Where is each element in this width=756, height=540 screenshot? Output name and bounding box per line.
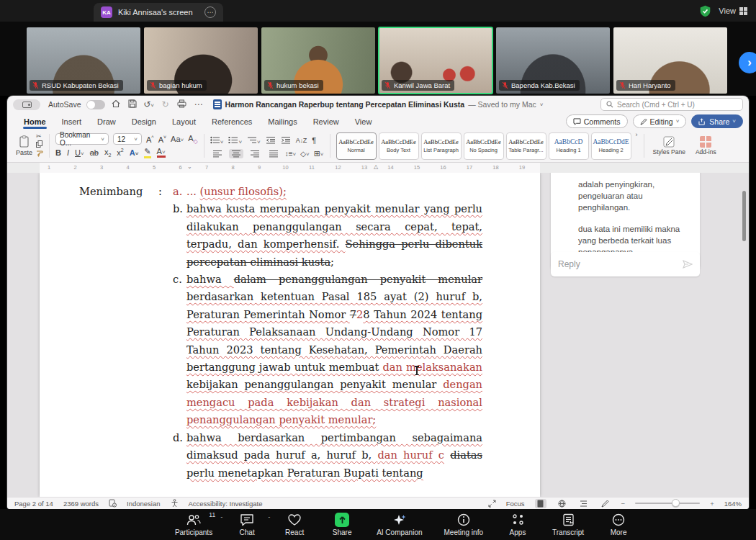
shading-icon[interactable]: ◇˅ bbox=[300, 150, 309, 158]
style-no-spacing[interactable]: AaBbCcDdEeNo Spacing bbox=[464, 132, 504, 160]
accessibility-icon[interactable] bbox=[171, 499, 179, 508]
numbered-list-icon[interactable]: ˅ bbox=[228, 134, 242, 147]
react-button[interactable]: React bbox=[282, 513, 307, 536]
send-reply-icon[interactable] bbox=[683, 260, 693, 269]
styles-pane-button[interactable]: Styles Pane bbox=[650, 131, 688, 161]
language-indicator[interactable]: Indonesian bbox=[127, 500, 160, 508]
tab-options-icon[interactable]: ⋯ bbox=[204, 6, 216, 18]
bold-button[interactable]: B bbox=[55, 148, 61, 157]
justify-icon[interactable] bbox=[266, 149, 281, 158]
decrease-indent-icon[interactable] bbox=[266, 134, 276, 147]
save-icon[interactable] bbox=[127, 99, 138, 110]
screen-share-tab[interactable]: KA Kiki Annisaa's screen ⋯ bbox=[94, 3, 223, 22]
next-participants-button[interactable]: › bbox=[739, 52, 756, 73]
pilcrow-icon[interactable]: ¶ bbox=[312, 136, 316, 145]
indent-marker[interactable]: ⌄ bbox=[187, 163, 192, 170]
addins-button[interactable]: Add-ins bbox=[693, 131, 719, 161]
styles-overflow-icon[interactable]: › bbox=[636, 131, 638, 161]
multilevel-list-icon[interactable]: ˅ bbox=[247, 134, 261, 147]
meeting-info-button[interactable]: Meeting info bbox=[444, 513, 483, 536]
focus-expand-icon[interactable] bbox=[488, 500, 496, 508]
style-body-text[interactable]: AaBbCcDdEeBody Text bbox=[379, 132, 419, 160]
proofing-icon[interactable] bbox=[109, 499, 117, 508]
page-indicator[interactable]: Page 2 of 14 bbox=[14, 500, 53, 508]
draft-view-icon[interactable] bbox=[600, 499, 611, 508]
font-name-select[interactable]: Bookman O...˅ bbox=[55, 133, 109, 145]
video-tile[interactable]: Bapenda Kab.Bekasi bbox=[496, 27, 610, 94]
tab-draw[interactable]: Draw bbox=[89, 115, 124, 128]
print-layout-view-icon[interactable] bbox=[535, 499, 546, 508]
video-tile[interactable]: hukum bekasi bbox=[261, 27, 375, 94]
video-tile-active-speaker[interactable]: Kanwil Jawa Barat bbox=[379, 27, 492, 94]
video-tile[interactable]: Hari Haryanto bbox=[613, 27, 727, 94]
view-menu[interactable]: View bbox=[719, 6, 747, 15]
tab-stop-marker[interactable]: △ bbox=[374, 163, 378, 170]
increase-indent-icon[interactable] bbox=[281, 134, 291, 147]
tab-mailings[interactable]: Mailings bbox=[260, 115, 305, 128]
more-commands-icon[interactable]: ⋯ bbox=[193, 99, 204, 109]
zoom-slider[interactable] bbox=[635, 503, 700, 505]
text-effects-icon[interactable]: A˅ bbox=[130, 148, 139, 157]
zoom-out-button[interactable]: − bbox=[621, 500, 626, 508]
autosave-toggle[interactable] bbox=[86, 100, 105, 109]
apps-button[interactable]: Apps bbox=[505, 513, 531, 536]
web-layout-view-icon[interactable] bbox=[557, 499, 568, 508]
subscript-button[interactable]: x2 bbox=[104, 148, 111, 158]
share-button[interactable]: Share ˅ bbox=[691, 114, 743, 128]
bullet-list-icon[interactable]: ˅ bbox=[210, 134, 224, 147]
video-tile[interactable]: RSUD Kabupaten Bekasi bbox=[27, 27, 140, 94]
redo-icon[interactable]: ↻ bbox=[160, 99, 171, 109]
window-controls-pill[interactable] bbox=[13, 99, 40, 110]
chevron-up-icon[interactable]: ˆ bbox=[268, 516, 270, 522]
sort-icon[interactable]: A↓Z bbox=[296, 137, 307, 144]
style-table-paragr-[interactable]: AaBbCcDdEeTable Paragr... bbox=[506, 132, 546, 160]
share-screen-button[interactable]: Share bbox=[329, 513, 355, 536]
grow-font-icon[interactable]: A^ bbox=[146, 135, 154, 144]
horizontal-ruler[interactable]: ⌄ △ 12345678910111213141516171819 bbox=[7, 163, 749, 173]
video-tile[interactable]: bagian hukum bbox=[144, 27, 258, 94]
zoom-level[interactable]: 164% bbox=[724, 500, 742, 508]
tab-home[interactable]: Home bbox=[16, 115, 54, 128]
word-count[interactable]: 2369 words bbox=[63, 500, 99, 508]
tab-design[interactable]: Design bbox=[124, 115, 164, 128]
style-normal[interactable]: AaBbCcDdEeNormal bbox=[336, 132, 377, 160]
document-page[interactable]: Menimbang : a.... (unsur filosofis);b.ba… bbox=[40, 173, 540, 497]
style-heading-1[interactable]: AaBbCcDHeading 1 bbox=[549, 132, 589, 160]
shrink-font-icon[interactable]: A˅ bbox=[158, 135, 166, 144]
superscript-button[interactable]: x2 bbox=[117, 148, 123, 157]
align-center-icon[interactable] bbox=[229, 149, 243, 158]
transcript-button[interactable]: Transcript bbox=[552, 513, 584, 536]
copy-icon[interactable] bbox=[36, 140, 43, 149]
highlight-color-icon[interactable]: ✎ bbox=[144, 147, 150, 158]
editing-mode-button[interactable]: Editing ˅ bbox=[633, 114, 687, 128]
ai-companion-button[interactable]: AI Companion bbox=[377, 513, 422, 536]
paste-button[interactable]: Paste bbox=[14, 131, 34, 161]
italic-button[interactable]: I bbox=[67, 148, 69, 157]
align-right-icon[interactable] bbox=[248, 149, 262, 158]
tab-references[interactable]: References bbox=[204, 115, 260, 128]
undo-icon[interactable]: ↺˅ bbox=[143, 99, 155, 109]
chevron-up-icon[interactable]: ˆ bbox=[220, 516, 222, 522]
font-color-icon[interactable]: A˅ bbox=[157, 147, 166, 158]
chat-button[interactable]: ˆ Chat bbox=[234, 513, 260, 536]
document-content[interactable]: Menimbang : a.... (unsur filosofis);b.ba… bbox=[79, 183, 482, 482]
vertical-scrollbar[interactable] bbox=[742, 191, 746, 241]
line-spacing-icon[interactable]: ↕≡˅ bbox=[285, 150, 297, 158]
strikethrough-button[interactable]: ab bbox=[90, 148, 99, 157]
comments-button[interactable]: Comments bbox=[566, 114, 628, 128]
style-heading-2[interactable]: AaBbCcDdEHeading 2 bbox=[591, 132, 631, 160]
search-input[interactable]: Search (Cmd + Ctrl + U) bbox=[600, 98, 743, 111]
comment-reply-input[interactable]: Reply bbox=[551, 252, 700, 276]
title-caret-icon[interactable]: ˅ bbox=[540, 102, 544, 108]
accessibility-status[interactable]: Accessibility: Investigate bbox=[189, 500, 263, 508]
format-painter-icon[interactable] bbox=[36, 150, 43, 158]
tab-review[interactable]: Review bbox=[305, 115, 347, 128]
change-case-icon[interactable]: Aa˅ bbox=[171, 135, 184, 143]
zoom-in-button[interactable]: + bbox=[710, 500, 714, 508]
participants-button[interactable]: 11 ˆ Participants bbox=[175, 513, 212, 536]
tab-view[interactable]: View bbox=[347, 115, 380, 128]
font-size-select[interactable]: 12˅ bbox=[113, 133, 142, 145]
home-icon[interactable] bbox=[110, 99, 122, 110]
security-shield-icon[interactable] bbox=[699, 5, 711, 17]
underline-button[interactable]: U˅ bbox=[75, 148, 84, 157]
